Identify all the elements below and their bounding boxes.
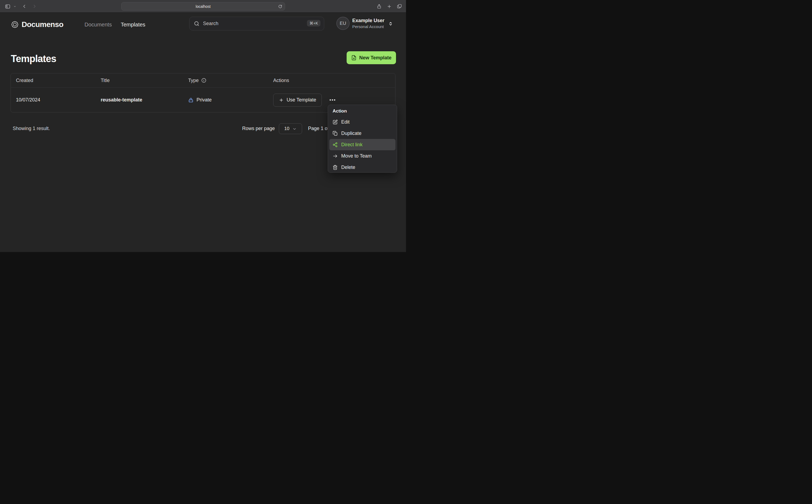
documenso-seal-icon	[11, 21, 19, 30]
menu-item-label: Move to Team	[341, 153, 372, 159]
column-header-type-label: Type	[188, 78, 199, 83]
new-tab-icon[interactable]	[387, 4, 392, 9]
file-plus-icon	[351, 55, 356, 60]
menu-heading: Action	[328, 107, 397, 116]
avatar-initials: EU	[339, 21, 346, 26]
menu-item-label: Delete	[341, 165, 355, 170]
use-template-button[interactable]: Use Template	[273, 94, 322, 107]
search-shortcut-badge: ⌘+K	[307, 20, 320, 26]
arrow-right-icon	[332, 154, 338, 159]
brand-wordmark: Documenso	[22, 20, 63, 29]
menu-item-move-to-team[interactable]: Move to Team	[329, 150, 395, 162]
new-template-button[interactable]: New Template	[346, 51, 396, 64]
column-header-actions: Actions	[273, 78, 395, 83]
action-dropdown-menu: Action Edit Duplicate Direct link Move t…	[328, 105, 397, 173]
user-name: Example User	[352, 17, 384, 24]
menu-item-edit[interactable]: Edit	[329, 116, 395, 128]
lock-icon	[188, 97, 193, 103]
column-header-created: Created	[16, 78, 101, 83]
forward-icon[interactable]	[32, 4, 36, 9]
page-size-value: 10	[284, 126, 289, 131]
column-header-title: Title	[101, 78, 188, 83]
chevron-down-icon[interactable]	[13, 5, 16, 8]
new-template-label: New Template	[359, 55, 392, 61]
menu-item-direct-link[interactable]: Direct link	[329, 139, 395, 150]
chevrons-up-down-icon[interactable]	[388, 21, 393, 27]
reload-icon[interactable]	[278, 4, 282, 9]
screen: localhost Documenso Documents Templates	[0, 0, 406, 252]
nav-item-documents[interactable]: Documents	[84, 22, 112, 28]
menu-item-delete[interactable]: Delete	[329, 162, 395, 173]
plus-icon	[279, 98, 284, 103]
avatar[interactable]: EU	[336, 17, 349, 30]
search-icon	[194, 21, 199, 28]
back-icon[interactable]	[22, 4, 26, 9]
column-header-type: Type	[188, 78, 273, 83]
row-type-label: Private	[196, 97, 212, 103]
address-bar[interactable]: localhost	[121, 2, 285, 11]
row-created-cell: 10/07/2024	[16, 97, 101, 103]
share-link-icon	[332, 142, 338, 147]
nav-item-templates[interactable]: Templates	[121, 22, 145, 28]
duplicate-icon	[332, 131, 338, 136]
rows-per-page-label: Rows per page	[242, 126, 275, 131]
browser-toolbar: localhost	[0, 0, 406, 13]
ellipsis-icon	[329, 99, 331, 101]
table-header-row: Created Title Type Actions	[11, 73, 395, 88]
trash-icon	[332, 165, 338, 170]
sidebar-icon[interactable]	[5, 4, 11, 9]
menu-item-label: Duplicate	[341, 131, 361, 136]
tab-overview-icon[interactable]	[397, 4, 402, 9]
menu-item-label: Direct link	[341, 142, 362, 148]
user-menu[interactable]: Example User Personal Account	[352, 17, 384, 29]
address-text: localhost	[196, 4, 210, 9]
row-type-cell: Private	[188, 97, 273, 103]
page-size-select[interactable]: 10	[279, 123, 302, 134]
row-title-cell[interactable]: reusable-template	[101, 97, 188, 103]
search-bar[interactable]: ⌘+K	[189, 17, 324, 30]
user-account-type: Personal Account	[352, 24, 384, 29]
use-template-label: Use Template	[287, 97, 316, 103]
page-title: Templates	[11, 53, 56, 65]
share-icon[interactable]	[376, 4, 382, 9]
row-actions-menu-button[interactable]	[329, 98, 336, 102]
menu-item-label: Edit	[341, 119, 349, 125]
info-icon[interactable]	[201, 78, 206, 83]
chevron-down-icon	[292, 127, 297, 131]
edit-icon	[332, 120, 338, 125]
results-summary: Showing 1 result.	[13, 126, 50, 131]
menu-item-duplicate[interactable]: Duplicate	[329, 128, 395, 139]
main-nav: Documents Templates	[84, 19, 145, 30]
search-input[interactable]	[189, 17, 324, 30]
